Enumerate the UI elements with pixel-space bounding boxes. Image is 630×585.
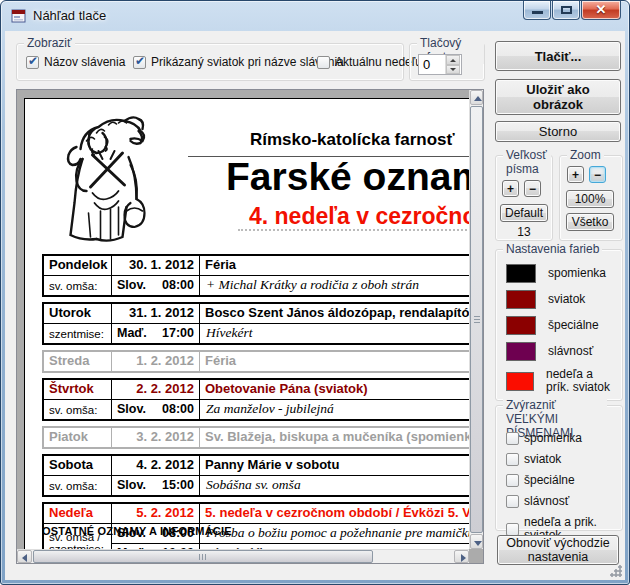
resize-grip[interactable] (609, 564, 622, 577)
color-item: nedeľa a prík. sviatok (506, 368, 618, 394)
day-header-row: Utorok31. 1. 2012Bosco Szent János áldoz… (44, 304, 469, 323)
day-header-row: Pondelok30. 1. 2012Féria (44, 256, 469, 275)
day-title: Féria (200, 352, 469, 371)
color-swatch[interactable] (506, 290, 536, 309)
arrow-up-icon (474, 96, 482, 101)
day-date: 5. 2. 2012 (112, 504, 200, 523)
spinner-up-icon[interactable] (446, 55, 460, 65)
day-date: 1. 2. 2012 (112, 352, 200, 371)
day-date: 3. 2. 2012 (112, 428, 200, 447)
footer-heading: OSTATNÉ OZNAMY A INFORMÁCIE (42, 525, 232, 537)
mass-row: Slov.08:00+ Michal Krátky a rodičia z ob… (112, 276, 469, 295)
cancel-button[interactable]: Storno (495, 121, 621, 142)
day-block: Utorok31. 1. 2012Bosco Szent János áldoz… (42, 302, 469, 345)
font-default-button[interactable]: Default (500, 204, 548, 222)
highlight-checkbox[interactable]: spomienka (506, 432, 618, 445)
checkbox-prikazany-sviatok[interactable]: Prikázaný sviatok pri názve slávenia (133, 55, 344, 69)
print-button[interactable]: Tlačiť... (495, 41, 621, 71)
mass-language: Slov. (112, 400, 157, 419)
checkbox-aktualnu-nedelu[interactable]: Aktuálnu nedeľu (317, 55, 422, 69)
vertical-scrollbar[interactable] (469, 90, 483, 549)
mass-label: sv. omša: (49, 280, 111, 292)
scroll-right-button[interactable] (454, 550, 469, 563)
close-button[interactable]: ✕ (581, 1, 621, 20)
groupbox-highlight: Zvýrazniť VEĽKÝMI PÍSMENAMI spomienkasvi… (495, 405, 623, 531)
color-swatch[interactable] (506, 316, 536, 335)
zoom-plus-button[interactable]: + (567, 166, 584, 183)
reset-button[interactable]: Obnoviť východzie nastavenia (497, 535, 619, 565)
document-title: Farské oznam (226, 155, 469, 199)
day-block: Sobota4. 2. 2012Panny Márie v sobotusv. … (42, 454, 469, 497)
day-name: Utorok (44, 304, 112, 323)
highlight-checkbox-label: spomienka (524, 432, 582, 445)
mass-intention: Za manželov - jubilejná (200, 400, 469, 419)
mass-time: 08:00 (157, 276, 200, 295)
day-block: Štvrtok2. 2. 2012Obetovanie Pána (sviato… (42, 378, 469, 421)
mass-label: sv. omša: (49, 480, 111, 492)
subtitle-rule (238, 229, 469, 231)
horizontal-scroll-thumb[interactable] (33, 550, 373, 563)
vertical-scroll-thumb[interactable] (470, 106, 483, 533)
highlight-checkbox[interactable]: slávnosť (506, 495, 618, 508)
zoom-100-button[interactable]: 100% (566, 190, 614, 208)
groupbox-colors: Nastavenia farieb spomienkasviatokšpeciá… (495, 249, 623, 401)
horizontal-scrollbar[interactable] (17, 549, 469, 563)
offset-spinner[interactable]: 0 (418, 54, 462, 75)
color-list: spomienkasviatokšpeciálneslávnosťnedeľa … (506, 264, 618, 401)
color-item: sviatok (506, 290, 618, 309)
mass-time: 17:00 (157, 324, 200, 343)
groupbox-tlacovy-ofset: Tlačový ofset 0 (409, 43, 485, 81)
offset-value[interactable]: 0 (419, 55, 445, 74)
scroll-up-button[interactable] (470, 90, 483, 105)
color-swatch[interactable] (506, 342, 536, 361)
day-title: Féria (200, 256, 469, 275)
checkbox-box (506, 523, 519, 536)
day-block: Pondelok30. 1. 2012Fériasv. omša:Slov.08… (42, 254, 469, 297)
checkbox-box (317, 56, 330, 69)
day-name: Piatok (44, 428, 112, 447)
highlight-checkbox[interactable]: sviatok (506, 453, 618, 466)
day-name: Nedeľa (44, 504, 112, 523)
color-swatch[interactable] (506, 264, 536, 283)
mass-intention: + Michal Krátky a rodičia z oboh strán (200, 276, 469, 295)
groupbox-zobrazit: Zobraziť Názov slávenia Prikázaný sviato… (16, 43, 404, 81)
zoom-all-button[interactable]: Všetko (566, 213, 614, 231)
day-date: 31. 1. 2012 (112, 304, 200, 323)
font-minus-button[interactable]: − (524, 180, 541, 197)
day-date: 2. 2. 2012 (112, 380, 200, 399)
mass-intention: Hívekért (200, 324, 469, 343)
font-size-value: 13 (496, 225, 552, 239)
title-bar[interactable]: Náhľad tlače ✕ (1, 1, 629, 31)
scroll-down-button[interactable] (470, 534, 483, 549)
save-as-image-button[interactable]: Uložiť ako obrázok (495, 79, 621, 115)
mass-labels: sv. omša: (44, 400, 112, 419)
checkbox-box (506, 453, 519, 466)
mass-area: sv. omša:Slov.15:00Sobášna sv. omša (44, 475, 469, 495)
day-name: Sobota (44, 456, 112, 475)
spinner-down-icon[interactable] (446, 65, 460, 75)
color-item-label: nedeľa a prík. sviatok (546, 368, 618, 394)
font-plus-button[interactable]: + (502, 180, 519, 197)
mass-intention: Sobášna sv. omša (200, 476, 469, 495)
window-title: Náhľad tlače (33, 8, 106, 23)
day-title: Sv. Blažeja, biskupa a mučeníka (spomien… (200, 428, 469, 447)
mass-time: 15:00 (157, 476, 200, 495)
mass-area: sv. omša:Slov.08:00Za manželov - jubilej… (44, 399, 469, 419)
zoom-minus-button[interactable]: − (589, 166, 606, 183)
checkbox-nazov-slavenia[interactable]: Názov slávenia (26, 55, 125, 69)
good-shepherd-logo (50, 107, 165, 247)
groupbox-font-size-caption: Veľkosť písma (503, 148, 551, 176)
highlight-checkbox[interactable]: špeciálne (506, 474, 618, 487)
scroll-left-button[interactable] (17, 550, 32, 563)
mass-row: Slov.15:00Sobášna sv. omša (112, 476, 469, 495)
preview-panel: Rímsko-katolícka farnosť Farské oznam 4.… (16, 89, 484, 564)
mass-area: sv. omša:Slov.08:00+ Michal Krátky a rod… (44, 275, 469, 295)
checkbox-box (506, 474, 519, 487)
maximize-button[interactable] (552, 1, 580, 20)
checkbox-box (133, 56, 146, 69)
color-swatch[interactable] (506, 372, 534, 391)
preview-page: Rímsko-katolícka farnosť Farské oznam 4.… (24, 98, 469, 549)
minimize-button[interactable] (523, 1, 551, 20)
checkbox-box (506, 495, 519, 508)
arrow-left-icon (22, 554, 27, 562)
